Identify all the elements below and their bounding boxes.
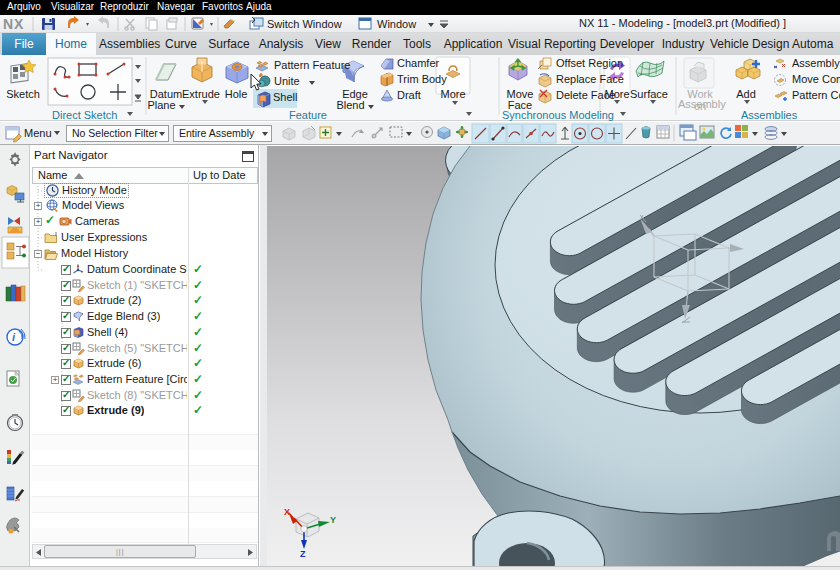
- svg-text:Switch Window: Switch Window: [267, 18, 342, 30]
- svg-text:NX: NX: [3, 16, 24, 32]
- svg-text:Y: Y: [330, 515, 336, 525]
- svg-text:Z: Z: [300, 549, 306, 559]
- svg-text:Window: Window: [377, 18, 416, 30]
- svg-text:Menu: Menu: [24, 127, 52, 139]
- svg-text:X: X: [284, 507, 290, 517]
